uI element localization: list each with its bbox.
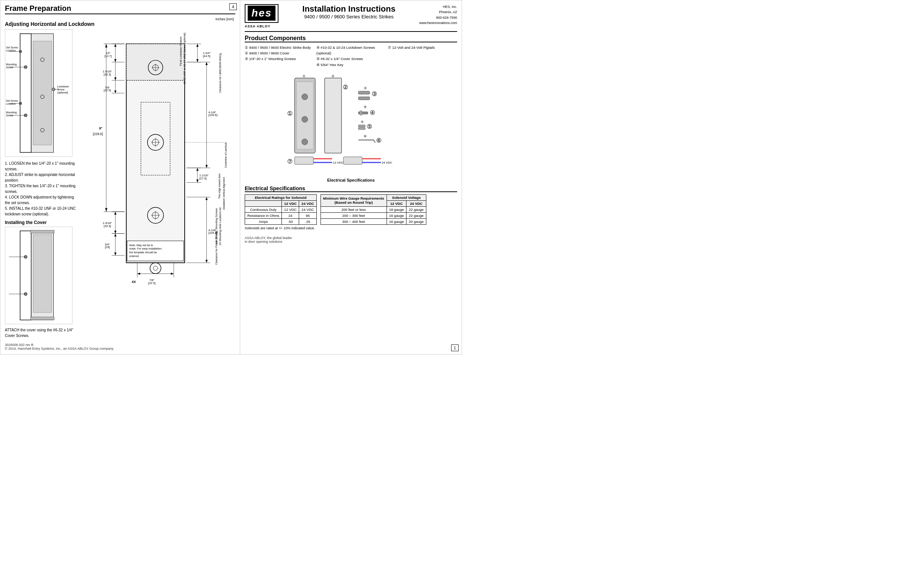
svg-text:12 VDC: 12 VDC: [333, 161, 343, 164]
electrical-specs-title: Electrical Specifications: [245, 185, 457, 192]
header-divider: [245, 31, 457, 32]
svg-text:Screw: Screw: [6, 114, 13, 117]
svg-text:Screw: Screw: [57, 88, 64, 91]
row-label: Amps: [245, 218, 282, 224]
svg-text:③: ③: [364, 86, 367, 90]
row-24v: 22 gauge: [406, 213, 426, 218]
svg-point-146: [302, 139, 308, 145]
row-12v: 24: [282, 213, 299, 218]
row-12v: 16 gauge: [386, 218, 406, 224]
svg-text:④: ④: [364, 105, 367, 109]
svg-text:[22.5]: [22.5]: [104, 89, 111, 92]
svg-text:Final Lockdown Feature: Final Lockdown Feature: [179, 36, 182, 66]
wire-gauge-table: Minimum Wire Gauge Requirements(Based on…: [320, 194, 426, 225]
product-components-title: Product Components: [245, 35, 457, 43]
col-12vdc: 12 VDC: [386, 200, 406, 206]
svg-text:[228.6]: [228.6]: [93, 132, 103, 136]
svg-text:Clearance for Power Wiring: Clearance for Power Wiring: [214, 232, 218, 265]
svg-text:[27.0]: [27.0]: [199, 177, 206, 180]
row-24v: 22 gauge: [406, 206, 426, 213]
assa-abloy-label: ASSA ABLOY: [245, 25, 270, 28]
row-label: 200 – 300 feet: [320, 213, 386, 218]
svg-point-140: [150, 263, 161, 274]
svg-text:②: ②: [343, 84, 348, 91]
row-12v: 18 gauge: [386, 206, 406, 213]
svg-marker-120: [137, 272, 140, 275]
svg-rect-0: [20, 34, 31, 152]
components-col1: ① 9400 / 9500 / 9600 Electric Strike Bod…: [245, 44, 314, 68]
footer-right: ASSA ABLOY, the global leader in door op…: [245, 236, 457, 244]
adjustment-instructions: 1. LOOSEN the two 1/4"-20 x 1" mounting …: [5, 161, 80, 217]
svg-marker-113: [206, 197, 208, 200]
diagram1-container: ① ② ③ ④ ⑤ ⑥: [245, 71, 457, 176]
row-label: Continuous Duty: [245, 206, 282, 213]
frame-diagram-bottom: [5, 227, 73, 324]
inches-label: Inches [mm]: [5, 17, 235, 21]
components-col3: ⑦ 12-Volt and 24-Volt Pigtails: [388, 44, 457, 68]
svg-rect-29: [33, 234, 51, 313]
col-24vdc: 24 VDC: [299, 200, 317, 206]
svg-rect-164: [343, 157, 362, 164]
row-24v: 24 VDC: [299, 206, 317, 213]
svg-text:Set Screw: Set Screw: [6, 99, 18, 102]
table-row: Resistance in Ohms 24 96: [245, 213, 317, 218]
svg-text:scale. For easy installation,: scale. For easy installation,: [129, 247, 162, 250]
row-12v: 12 VDC: [282, 206, 299, 213]
svg-text:This edge toward door: This edge toward door: [218, 173, 221, 199]
svg-text:⑤: ⑤: [367, 124, 372, 130]
svg-text:(optional): (optional): [57, 91, 68, 94]
svg-text:Centerline of Latchbolt: Centerline of Latchbolt: [224, 142, 227, 168]
cover-instruction: ATTACH the cover using the #6-32 x 1/4" …: [5, 327, 80, 338]
section1-title: Adjusting Horizontal and Lockdown: [5, 21, 235, 27]
svg-text:⑤: ⑤: [361, 120, 364, 124]
table-row: 200 – 300 feet 16 gauge 22 gauge: [320, 213, 426, 218]
col-12vdc: 12 VDC: [282, 200, 299, 206]
svg-marker-92: [196, 44, 198, 47]
row-label: Resistance in Ohms: [245, 213, 282, 218]
svg-marker-100: [206, 165, 208, 168]
svg-marker-107: [196, 180, 198, 183]
svg-text:②: ②: [332, 74, 334, 78]
svg-text:④: ④: [370, 110, 375, 116]
svg-text:Lockdown: Lockdown: [57, 85, 69, 88]
svg-marker-106: [196, 168, 198, 171]
svg-marker-55: [114, 59, 116, 62]
solenoid-voltage-header: Solenoid Voltage: [386, 194, 426, 200]
svg-marker-86: [114, 252, 116, 255]
svg-rect-160: [295, 157, 314, 164]
svg-text:Set Screw: Set Screw: [6, 46, 18, 49]
svg-text:③: ③: [371, 91, 377, 97]
install-title: Installation Instructions: [282, 4, 416, 14]
row-24v: 20 gauge: [406, 218, 426, 224]
svg-marker-54: [114, 44, 116, 47]
svg-text:Location: Location: [6, 102, 16, 105]
page-number-left: 4: [229, 3, 237, 10]
svg-text:Screw: Screw: [6, 66, 13, 69]
electrical-tables: Electrical Ratings for Solenoid 12 VDC 2…: [245, 194, 457, 230]
svg-rect-30: [30, 230, 54, 233]
svg-text:⑥: ⑥: [376, 137, 381, 144]
svg-point-141: [153, 266, 158, 270]
svg-rect-157: [358, 128, 365, 129]
table1-container: Electrical Ratings for Solenoid 12 VDC 2…: [245, 194, 317, 230]
svg-text:⑦: ⑦: [287, 158, 292, 165]
main-title: Frame Preparation: [5, 4, 235, 14]
svg-text:Clearance for LBM/LBSM Wiring: Clearance for LBM/LBSM Wiring: [218, 53, 222, 93]
svg-marker-65: [114, 91, 116, 93]
row-24v: .25: [299, 218, 317, 224]
svg-text:⑥: ⑥: [364, 134, 367, 138]
svg-text:Mounting: Mounting: [6, 63, 17, 66]
svg-marker-60: [114, 77, 116, 80]
svg-text:①: ①: [302, 74, 305, 78]
svg-marker-71: [105, 44, 107, 48]
svg-text:4X: 4X: [132, 280, 136, 284]
svg-text:Mounting: Mounting: [6, 111, 17, 114]
components-col2: ④ #10-32 & 10-24 Lockdown Screws (option…: [317, 44, 386, 68]
electrical-ratings-table: Electrical Ratings for Solenoid 12 VDC 2…: [245, 194, 317, 225]
svg-marker-121: [171, 272, 174, 275]
svg-text:[44.5]: [44.5]: [203, 54, 210, 58]
svg-text:①: ①: [287, 110, 292, 117]
svg-rect-27: [20, 231, 31, 320]
svg-text:2X Mounting Hole Locations for: 2X Mounting Hole Locations for: [218, 207, 222, 246]
table-row: 200 feet or less 18 gauge 22 gauge: [320, 206, 426, 213]
